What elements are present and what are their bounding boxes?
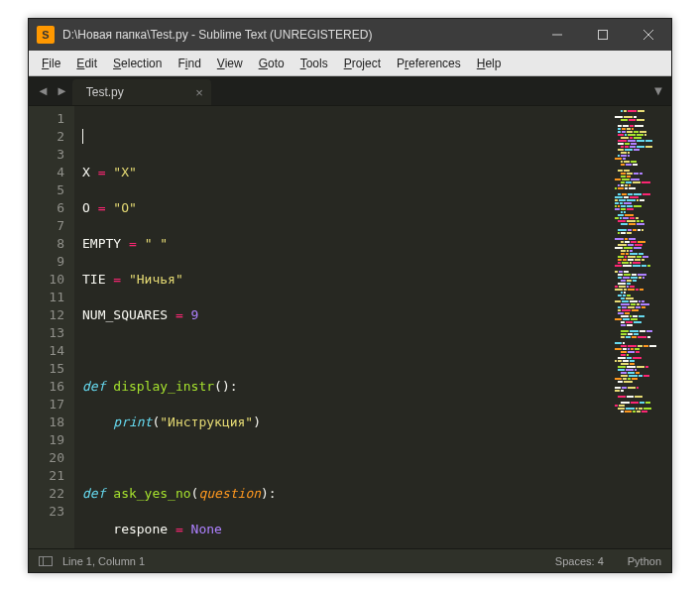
minimize-button[interactable] bbox=[534, 19, 580, 51]
svg-rect-1 bbox=[599, 31, 608, 40]
app-window: S D:\Новая папка\Test.py - Sublime Text … bbox=[28, 18, 672, 573]
editor-pane: 1234567891011121314151617181920212223 X … bbox=[29, 106, 671, 548]
menu-goto[interactable]: Goto bbox=[252, 54, 292, 73]
window-controls bbox=[534, 19, 671, 51]
menu-edit[interactable]: Edit bbox=[69, 54, 104, 73]
close-button[interactable] bbox=[626, 19, 671, 51]
syntax-setting[interactable]: Python bbox=[628, 555, 661, 567]
code-editor[interactable]: X = "X" O = "O" EMPTY = " " TIE = "Ничья… bbox=[74, 106, 612, 548]
menu-help[interactable]: Help bbox=[470, 54, 509, 73]
tab-close-icon[interactable]: × bbox=[195, 85, 203, 100]
cursor-position[interactable]: Line 1, Column 1 bbox=[62, 555, 145, 567]
menu-selection[interactable]: Selection bbox=[106, 54, 169, 73]
panel-switcher-icon[interactable] bbox=[39, 556, 53, 566]
maximize-button[interactable] bbox=[580, 19, 626, 51]
tab-dropdown[interactable]: ▼ bbox=[645, 76, 671, 105]
minimap[interactable] bbox=[612, 106, 671, 548]
tab-test-py[interactable]: Test.py × bbox=[72, 79, 211, 105]
indent-setting[interactable]: Spaces: 4 bbox=[555, 555, 604, 567]
statusbar: Line 1, Column 1 Spaces: 4 Python bbox=[29, 548, 671, 572]
app-icon: S bbox=[37, 26, 55, 44]
menubar: File Edit Selection Find View Goto Tools… bbox=[29, 51, 671, 76]
menu-project[interactable]: Project bbox=[337, 54, 388, 73]
line-gutter: 1234567891011121314151617181920212223 bbox=[29, 106, 74, 548]
menu-tools[interactable]: Tools bbox=[293, 54, 335, 73]
menu-find[interactable]: Find bbox=[171, 54, 207, 73]
nav-arrows: ◄ ► bbox=[33, 76, 72, 105]
tab-label: Test.py bbox=[86, 85, 124, 99]
menu-view[interactable]: View bbox=[210, 54, 250, 73]
menu-file[interactable]: File bbox=[35, 54, 67, 73]
nav-forward-icon[interactable]: ► bbox=[56, 83, 68, 98]
window-title: D:\Новая папка\Test.py - Sublime Text (U… bbox=[62, 28, 534, 42]
nav-back-icon[interactable]: ◄ bbox=[37, 83, 50, 98]
titlebar[interactable]: S D:\Новая папка\Test.py - Sublime Text … bbox=[29, 19, 671, 51]
menu-preferences[interactable]: Preferences bbox=[390, 54, 468, 73]
tabbar: ◄ ► Test.py × ▼ bbox=[29, 76, 671, 106]
